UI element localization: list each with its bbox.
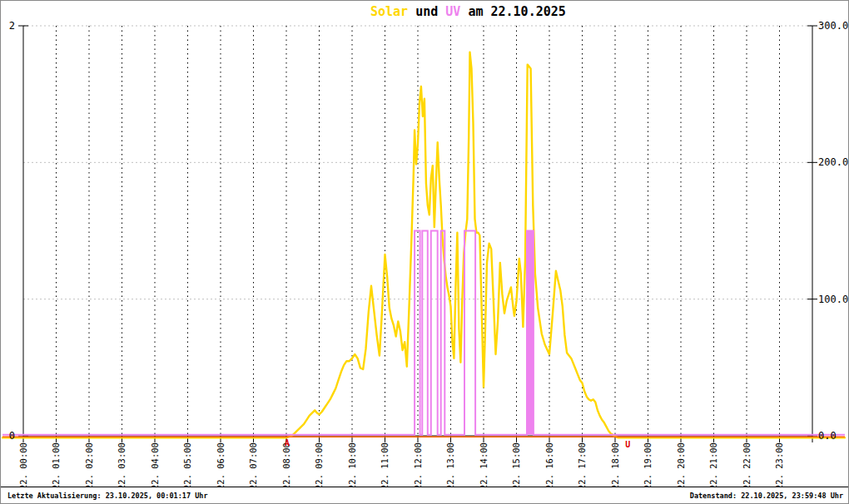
x-axis-tick-label: 22. 06:00 [216,442,226,490]
right-axis-tick-label: 200.0 [818,156,848,168]
right-axis-tick-label: 300.0 [818,20,848,32]
x-axis-tick-label: 22. 05:00 [183,442,192,490]
uv-pulse-filled [527,231,534,435]
x-axis-tick-label: 22. 21:00 [709,442,718,490]
x-axis-tick-label: 22. 23:00 [775,442,784,490]
x-axis-tick-label: 22. 17:00 [578,442,587,490]
x-axis-tick-label: 22. 07:00 [249,442,258,490]
sunrise-marker: A [285,439,290,447]
left-axis-max-label: 2 [1,20,15,32]
x-axis-tick-label: 22. 11:00 [380,442,390,490]
right-axis-tick-label: 100.0 [818,294,848,305]
x-axis-tick-label: 22. 04:00 [151,442,160,490]
x-axis-tick-label: 22. 14:00 [479,442,489,490]
x-axis-tick-label: 22. 00:00 [19,442,28,490]
plot-area [1,1,848,487]
x-axis-tick-label: 22. 01:00 [52,442,61,490]
right-axis-tick-label: 0.0 [818,430,837,442]
status-bar: Letzte Aktualisierung: 23.10.2025, 00:01… [1,487,848,503]
solar-line [2,52,845,437]
uv-line [2,231,845,435]
x-axis-tick-label: 22. 12:00 [414,442,423,490]
x-axis-tick-label: 22. 03:00 [117,442,127,490]
x-axis-tick-label: 22. 16:00 [545,442,554,490]
x-axis-tick-label: 22. 22:00 [742,442,752,490]
x-axis-tick-label: 22. 20:00 [677,442,686,490]
data-timestamp-text: Datenstand: 22.10.2025, 23:59:48 Uhr [690,492,843,500]
x-axis-tick-label: 22. 08:00 [282,442,291,490]
sunset-marker: U [625,441,630,449]
x-axis-tick-label: 22. 13:00 [446,442,455,490]
last-update-text: Letzte Aktualisierung: 23.10.2025, 00:01… [7,492,208,500]
x-axis-tick-label: 22. 09:00 [315,442,324,490]
x-axis-tick-label: 22. 02:00 [85,442,94,490]
x-axis-tick-label: 22. 18:00 [611,442,620,490]
solar-uv-chart-page: Solar und UV am 22.10.2025 2 0 0.0100.02… [0,0,849,504]
left-axis-min-label: 0 [1,430,15,442]
x-axis-tick-label: 22. 10:00 [348,442,357,490]
x-axis-tick-label: 22. 15:00 [512,442,521,490]
x-axis-tick-label: 22. 19:00 [643,442,653,490]
